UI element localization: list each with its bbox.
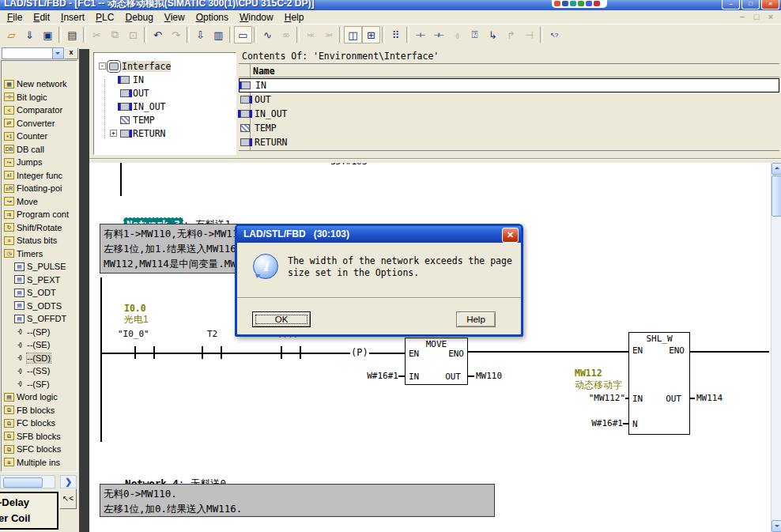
sidebar-item-fc-blocks[interactable]: ⧉ FC blocks [2,417,77,430]
collapse-icon[interactable]: - [99,62,106,70]
toolbar-button-symbol-table[interactable]: ▭ [234,26,252,43]
sidebar-item-floating-poi[interactable]: ±R Floating-poi [2,182,77,195]
sidebar-item-new-network[interactable]: ▦ New network [2,77,77,91]
sidebar-item-fb-blocks[interactable]: ⧉ FB blocks [2,404,77,417]
sidebar-item-status-bits[interactable]: ≡ Status bits [2,234,77,247]
interface-node-temp[interactable]: TEMP [94,113,236,126]
move-en-pin[interactable]: EN [409,349,419,359]
toolbar-button-help-select[interactable]: ↖? [545,26,563,43]
chevron-down-icon[interactable] [52,47,64,59]
sidebar-item-sp[interactable]: -() --(SP) [2,326,77,339]
sidebar-item-sd[interactable]: -() --(SD) [2,352,77,365]
sidebar-item-word-logic[interactable]: ▤ Word logic [2,391,77,404]
positive-edge-coil[interactable]: (P) [350,347,369,358]
sidebar-item-sf[interactable]: -() --(SF) [2,378,77,391]
move-block[interactable]: MOVE EN ENO IN OUT [405,338,468,385]
scroll-down-icon[interactable] [772,520,781,532]
mdi-restore-button[interactable]: □ [751,12,762,21]
scroll-right-arrow-icon[interactable]: ❯ [60,475,77,489]
toolbar-button-new-network[interactable]: ⠿ [387,26,405,43]
contact3-icon[interactable] [281,346,282,359]
sidebar-item-timers[interactable]: ◷ Timers [2,247,77,261]
move-in-value[interactable]: W#16#1 [348,371,398,381]
interface-node-in[interactable]: IN [94,73,236,86]
scrollbar-thumb[interactable] [3,477,43,488]
interface-node-return[interactable]: + RETURN [94,126,236,140]
shl-in-operand[interactable]: "MW112" [565,393,625,403]
move-out-pin[interactable]: OUT [445,372,461,382]
toolbar-button-previous-error[interactable]: !≪ [301,26,319,43]
sidebar-item-sfb-blocks[interactable]: ⧉ SFB blocks [2,430,77,443]
toolbar-button-close-branch[interactable]: ↱ [502,26,520,43]
sidebar-item-multiple-ins[interactable]: ⧈ Multiple ins [2,456,77,470]
sidebar-item-s-odt[interactable]: ▤ S_ODT [2,286,77,300]
dialog-title-bar[interactable]: LAD/STL/FBD (30:103) [237,226,521,243]
restore-button[interactable]: □ [741,0,760,9]
toolbar-button-redo[interactable]: ↷ [167,26,185,43]
sidebar-item-libraries[interactable]: ⌂ Libraries [2,469,77,472]
menu-file[interactable]: File [2,11,28,24]
contact1-address[interactable]: I0.0 [124,303,146,314]
toolbar-button-download-to-plc[interactable]: ⇩ [191,26,209,43]
sidebar-item-s-offdt[interactable]: ▤ S_OFFDT [2,312,77,326]
declaration-editor-splitter[interactable] [89,158,781,160]
toolbar-button-copy[interactable]: ⧉ [106,26,124,43]
toolbar-button-program-elements-toggle[interactable]: ◫ [344,26,362,43]
toolbar-button-open[interactable]: ▱ [2,26,21,43]
toolbar-button-monitor[interactable]: ▥ [209,26,228,43]
shl-eno-pin[interactable]: ENO [669,345,685,356]
sidebar-item-program-cont[interactable]: ⇉ Program cont [2,208,77,221]
interface-node-in-out[interactable]: IN_OUT [94,100,236,113]
toolbar-button-save[interactable]: ▣ [39,26,57,43]
sidebar-horizontal-scrollbar[interactable] [0,475,55,489]
menu-debug[interactable]: Debug [119,11,158,24]
move-out-value[interactable]: MW110 [476,371,502,381]
sidebar-item-se[interactable]: -() --(SE) [2,338,77,352]
move-eno-pin[interactable]: ENO [448,349,464,359]
pane-splitter[interactable] [79,49,89,532]
row-in-out[interactable]: IN_OUT [239,107,779,121]
pane-close-icon[interactable]: x [64,47,78,59]
sidebar-item-integer-func[interactable]: ±I Integer func [2,169,77,183]
sidebar-item-move[interactable]: ↝ Move [2,195,77,209]
sidebar-item-s-odts[interactable]: ▤ S_ODTS [2,300,77,313]
row-temp[interactable]: TEMP [239,121,779,135]
toolbar-button-empty-box[interactable]: ⍰ [466,26,484,43]
toolbar-button-paste[interactable]: ⊡ [124,26,142,43]
sidebar-item-comparator[interactable]: < Comparator [2,104,77,117]
sidebar-item-s-pext[interactable]: ▤ S_PEXT [2,274,77,287]
menu-options[interactable]: Options [191,11,234,24]
toolbar-button-t-branch[interactable]: ⊣ [520,26,538,43]
contact2-operand[interactable]: T2 [207,329,217,339]
title-bar[interactable]: LAD/STL/FBD - [FC1 -- 动态移动模拟(SIMATIC 300… [0,0,781,10]
toolbar-button-connections[interactable]: ∿ [258,26,277,43]
menu-view[interactable]: View [159,11,191,24]
row-return[interactable]: RETURN [239,135,779,149]
mdi-close-button[interactable]: × [765,12,776,21]
toolbar-button-print[interactable]: ▤ [63,26,81,43]
toolbar-button-coil[interactable]: -() [447,26,466,43]
contact2-icon[interactable] [202,346,203,359]
ok-button[interactable]: OK [252,311,311,327]
shl-out-pin[interactable]: OUT [666,394,681,404]
sidebar-item-s-pulse[interactable]: ▤ S_PULSE [2,260,77,274]
sidebar-item-bit-logic[interactable]: ⊣⊢ Bit logic [2,91,77,104]
sidebar-item-sfc-blocks[interactable]: ⧉ SFC blocks [2,443,77,456]
pane-flip-button[interactable]: ↖< [59,489,77,509]
toolbar-button-cut[interactable]: ✂ [88,26,106,43]
toolbar-button-contact-nc[interactable]: ⊣/⊢ [429,26,447,43]
close-button[interactable]: × [761,0,779,9]
shl-n-value[interactable]: W#16#1 [563,418,623,428]
toolbar-button-contact-no[interactable]: ⊣⊢ [411,26,429,43]
menu-plc[interactable]: PLC [90,11,119,24]
editor-vertical-scrollbar[interactable] [771,163,781,532]
interface-node-out[interactable]: OUT [94,86,236,100]
pane-selector-combo[interactable] [2,47,53,59]
row-out[interactable]: OUT [239,92,779,107]
toolbar-button-save-download[interactable]: ⇓ [21,26,39,43]
shl-out-value[interactable]: MW114 [696,393,723,403]
mdi-minimize-button[interactable]: – [737,12,748,21]
shl-en-pin[interactable]: EN [632,345,643,356]
sidebar-item-counter[interactable]: +1 Counter [2,130,77,143]
dialog-close-icon[interactable]: ✕ [502,228,519,243]
